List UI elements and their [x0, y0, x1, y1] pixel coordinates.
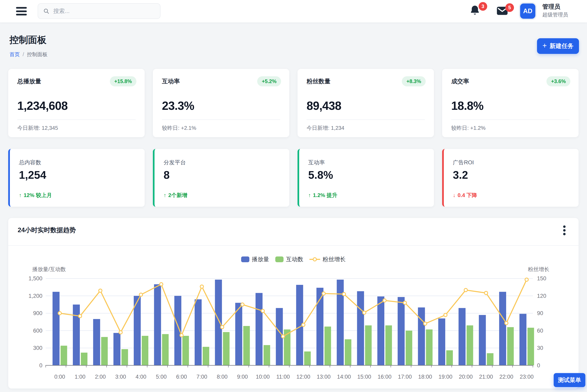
svg-text:2:00: 2:00 [95, 374, 106, 380]
svg-text:15:00: 15:00 [357, 374, 371, 380]
new-task-button[interactable]: + 新建任务 [537, 38, 579, 54]
svg-text:7:00: 7:00 [197, 374, 207, 380]
svg-text:3:00: 3:00 [115, 374, 126, 380]
mini-change: ↑ 12% 较上月 [19, 192, 52, 199]
svg-text:600: 600 [33, 328, 42, 334]
svg-text:16:00: 16:00 [378, 374, 391, 380]
new-task-label: 新建任务 [550, 42, 574, 50]
trend-down-icon: ↓ [453, 192, 455, 198]
stat-card-conversion-rate: 成交率 +3.6% 18.8% 较昨日: +1.2% [442, 69, 578, 137]
breadcrumb-separator: / [23, 52, 24, 58]
mini-title: 总内容数 [19, 159, 41, 166]
messages-button[interactable]: 5 [496, 6, 511, 20]
svg-text:22:00: 22:00 [499, 374, 513, 380]
stat-badge: +8.3% [402, 76, 426, 86]
stat-badge: +3.6% [546, 76, 570, 86]
divider [451, 120, 569, 120]
user-info[interactable]: 管理员 超级管理员 [542, 4, 568, 17]
breadcrumb-home-link[interactable]: 首页 [10, 51, 20, 58]
mini-value: 8 [164, 169, 170, 181]
stat-footer: 较昨日: +1.2% [451, 124, 485, 132]
mini-change: ↓ 0.4 下降 [453, 192, 477, 199]
svg-text:8:00: 8:00 [217, 374, 228, 380]
chart-card: 24小时实时数据趋势 播放量 互动数 [8, 218, 578, 388]
mini-change-text: 1.2% 提升 [313, 192, 337, 199]
mini-change-text: 12% 较上月 [24, 192, 52, 199]
svg-text:900: 900 [33, 310, 42, 316]
stat-badge: +5.2% [257, 76, 281, 86]
test-menu-button[interactable]: 测试菜单 [554, 373, 585, 387]
svg-text:播放量/互动数: 播放量/互动数 [32, 266, 66, 272]
mini-card-total-content: 总内容数 1,254 ↑ 12% 较上月 [8, 149, 145, 207]
topbar: 3 5 AD 管理员 超级管理员 [0, 0, 587, 22]
mini-value: 1,254 [19, 169, 46, 181]
stat-card-engagement-rate: 互动率 +5.2% 23.3% 较昨日: +2.1% [153, 69, 289, 137]
svg-text:21:00: 21:00 [479, 374, 493, 380]
stat-title: 互动率 [162, 77, 180, 86]
stat-value: 18.8% [451, 99, 483, 112]
divider [17, 120, 136, 120]
mini-title: 分发平台 [164, 159, 186, 166]
chart-canvas[interactable]: 03006009001,2001,50003060901201500:001:0… [8, 218, 578, 388]
search-box[interactable] [38, 3, 161, 19]
svg-text:10:00: 10:00 [256, 374, 270, 380]
svg-text:0: 0 [537, 362, 540, 368]
trend-up-icon: ↑ [19, 192, 22, 198]
breadcrumb-current: 控制面板 [27, 51, 48, 58]
mini-title: 互动率 [308, 159, 325, 166]
mini-title: 广告ROI [453, 159, 474, 166]
messages-badge: 5 [505, 3, 514, 12]
svg-text:11:00: 11:00 [276, 374, 290, 380]
stat-value: 23.3% [162, 99, 194, 112]
trend-up-icon: ↑ [164, 192, 166, 198]
stat-card-row: 总播放量 +15.8% 1,234,608 今日新增: 12,345 互动率 +… [8, 69, 578, 137]
svg-text:19:00: 19:00 [438, 374, 452, 380]
stat-title: 成交率 [451, 77, 469, 86]
notifications-button[interactable]: 3 [469, 4, 484, 19]
notifications-badge: 3 [478, 2, 487, 11]
svg-text:9:00: 9:00 [237, 374, 248, 380]
menu-toggle-button[interactable] [16, 7, 27, 16]
user-role: 超级管理员 [542, 12, 568, 17]
stat-value: 1,234,608 [17, 99, 68, 112]
svg-text:粉丝增长: 粉丝增长 [528, 266, 549, 272]
mini-change-text: 2个新增 [168, 192, 187, 199]
mini-value: 3.2 [453, 169, 468, 181]
search-input[interactable] [53, 8, 155, 14]
svg-text:300: 300 [33, 345, 42, 351]
svg-text:60: 60 [537, 328, 543, 334]
svg-text:13:00: 13:00 [317, 374, 331, 380]
stat-badge: +15.8% [110, 76, 137, 86]
mini-change: ↑ 2个新增 [164, 192, 187, 199]
breadcrumb: 首页 / 控制面板 [10, 51, 48, 58]
svg-text:5:00: 5:00 [156, 374, 167, 380]
mini-change: ↑ 1.2% 提升 [308, 192, 337, 199]
svg-text:17:00: 17:00 [398, 374, 412, 380]
svg-text:23:00: 23:00 [520, 374, 534, 380]
svg-text:90: 90 [537, 310, 543, 316]
search-icon [43, 8, 50, 14]
mini-card-platforms: 分发平台 8 ↑ 2个新增 [153, 149, 289, 207]
divider [307, 120, 425, 120]
stat-title: 粉丝数量 [307, 77, 330, 86]
stat-value: 89,438 [307, 99, 341, 112]
svg-text:1,500: 1,500 [29, 276, 42, 282]
user-avatar[interactable]: AD [520, 4, 535, 19]
mini-card-engagement: 互动率 5.8% ↑ 1.2% 提升 [298, 149, 434, 207]
mini-card-ad-roi: 广告ROI 3.2 ↓ 0.4 下降 [442, 149, 578, 207]
svg-text:150: 150 [537, 276, 546, 282]
stat-footer: 较昨日: +2.1% [162, 124, 196, 132]
svg-text:1:00: 1:00 [75, 374, 86, 380]
page-title: 控制面板 [10, 34, 47, 46]
stat-card-followers: 粉丝数量 +8.3% 89,438 今日新增: 1,234 [298, 69, 434, 137]
svg-text:12:00: 12:00 [296, 374, 310, 380]
svg-text:6:00: 6:00 [176, 374, 187, 380]
svg-text:20:00: 20:00 [459, 374, 473, 380]
mini-value: 5.8% [308, 169, 333, 181]
stat-card-total-plays: 总播放量 +15.8% 1,234,608 今日新增: 12,345 [8, 69, 145, 137]
svg-text:120: 120 [537, 293, 546, 299]
mini-change-text: 0.4 下降 [458, 192, 477, 199]
trend-up-icon: ↑ [308, 192, 311, 198]
svg-text:0:00: 0:00 [54, 374, 65, 380]
stat-title: 总播放量 [17, 77, 41, 86]
